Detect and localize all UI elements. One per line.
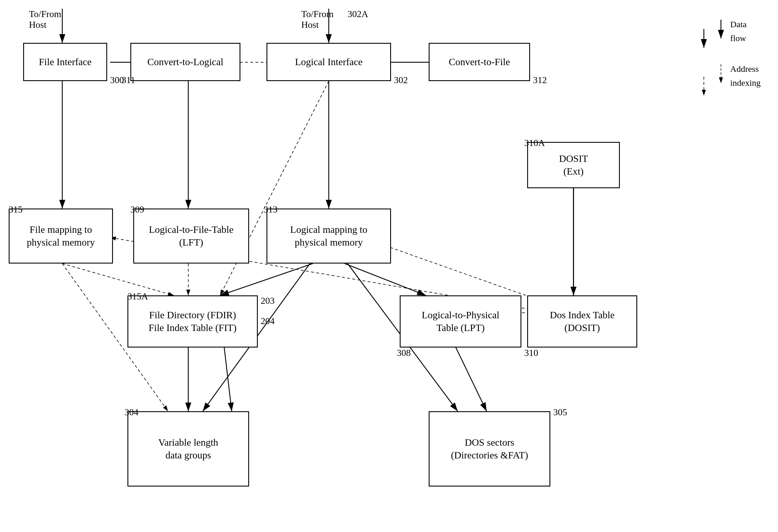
file-mapping-box: File mapping tophysical memory xyxy=(9,209,113,263)
convert-to-logical-ref: 311 xyxy=(122,75,135,85)
dos-index-ref: 310 xyxy=(524,348,538,358)
svg-line-13 xyxy=(345,263,426,295)
variable-length-box: Variable lengthdata groups xyxy=(128,411,249,486)
data-flow-arrow-icon xyxy=(715,20,727,43)
logical-interface-ref: 302 xyxy=(394,75,408,85)
legend: Data flow Address indexing xyxy=(715,17,761,95)
logical-mapping-box: Logical mapping tophysical memory xyxy=(266,209,391,263)
file-dir-fit-box: File Directory (FDIR)File Index Table (F… xyxy=(128,295,258,348)
dosit-ext-box: DOSIT(Ext) xyxy=(527,142,620,188)
lft-ref: 309 xyxy=(130,204,144,215)
lft-box: Logical-to-File-Table(LFT) xyxy=(133,209,249,263)
legend-address-indexing: Address indexing xyxy=(715,62,761,90)
diagram-container: To/FromHost File Interface 300 To/FromHo… xyxy=(0,0,778,532)
to-from-host-center-label: To/FromHost xyxy=(301,9,334,30)
legend-data-flow: Data flow xyxy=(715,17,761,45)
lpt-box: Logical-to-PhysicalTable (LPT) xyxy=(400,295,521,348)
file-dir-ref1: 203 xyxy=(261,295,275,306)
file-mapping-ref: 315 xyxy=(9,204,22,215)
file-interface-box: File Interface xyxy=(23,43,107,81)
dos-index-table-box: Dos Index Table(DOSIT) xyxy=(527,295,637,348)
dos-sectors-box: DOS sectors(Directories &FAT) xyxy=(429,411,550,486)
file-dir-ref2: 204 xyxy=(261,316,275,326)
svg-line-16 xyxy=(62,263,174,295)
svg-line-12 xyxy=(220,263,313,295)
logical-interface-box: Logical Interface xyxy=(266,43,391,81)
dosit-ext-ref: 310A xyxy=(524,138,545,148)
address-index-arrow-icon xyxy=(715,64,727,87)
convert-to-file-ref: 312 xyxy=(533,75,547,85)
convert-to-file-box: Convert-to-File xyxy=(429,43,530,81)
logical-interface-ref2: 302A xyxy=(347,9,368,19)
to-from-host-left-label: To/FromHost xyxy=(29,9,61,30)
dos-sectors-ref: 305 xyxy=(553,407,567,417)
convert-to-logical-box: Convert-to-Logical xyxy=(130,43,240,81)
file-dir-ref315a: 315A xyxy=(128,291,148,302)
lpt-ref: 308 xyxy=(397,348,411,358)
variable-length-ref: 304 xyxy=(125,407,139,417)
logical-mapping-ref: 313 xyxy=(263,204,278,215)
